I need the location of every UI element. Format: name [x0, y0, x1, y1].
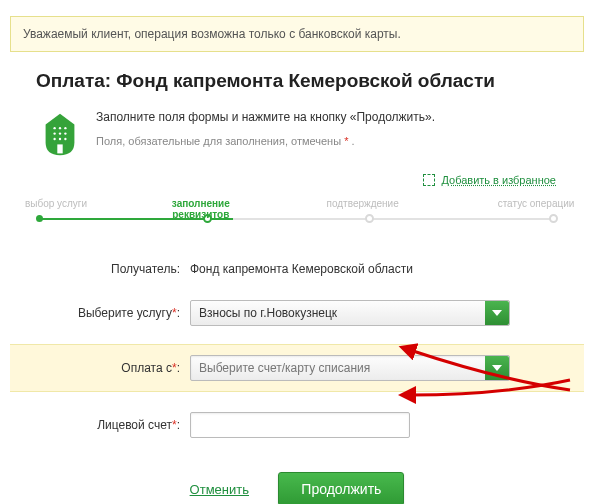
pay-from-label: Оплата с*: [70, 361, 190, 375]
progress-steps: выбор услуги заполнение реквизитов подтв… [36, 198, 558, 238]
svg-point-0 [53, 127, 55, 129]
step-label-3: подтверждение [313, 198, 413, 209]
svg-rect-9 [57, 144, 62, 153]
alert-banner: Уважаемый клиент, операция возможна толь… [10, 16, 584, 52]
pay-from-select-value: Выберите счет/карту списания [199, 361, 370, 375]
svg-point-7 [59, 138, 61, 140]
page-title: Оплата: Фонд капремонта Кемеровской обла… [36, 70, 584, 92]
service-label: Выберите услугу*: [70, 306, 190, 320]
pay-from-select[interactable]: Выберите счет/карту списания [190, 355, 510, 381]
svg-point-6 [53, 138, 55, 140]
recipient-label: Получатель: [70, 262, 190, 276]
svg-point-3 [53, 132, 55, 134]
step-label-2: заполнение реквизитов [151, 198, 251, 220]
intro-line-1: Заполните поля формы и нажмите на кнопку… [96, 108, 435, 127]
svg-point-8 [64, 138, 66, 140]
svg-point-5 [64, 132, 66, 134]
bookmark-icon [423, 174, 435, 186]
svg-point-2 [64, 127, 66, 129]
svg-point-4 [59, 132, 61, 134]
add-favorite-link[interactable]: Добавить в избранное [423, 174, 556, 186]
cancel-button[interactable]: Отменить [190, 482, 249, 497]
chevron-down-icon [485, 301, 509, 325]
add-favorite-label: Добавить в избранное [441, 174, 556, 186]
account-input[interactable] [190, 412, 410, 438]
step-label-4: статус операции [486, 198, 586, 209]
chevron-down-icon [485, 356, 509, 380]
provider-house-icon [42, 112, 78, 160]
continue-button[interactable]: Продолжить [278, 472, 404, 504]
svg-point-1 [59, 127, 61, 129]
service-select[interactable]: Взносы по г.Новокузнецк [190, 300, 510, 326]
step-label-1: выбор услуги [6, 198, 106, 209]
recipient-value: Фонд капремонта Кемеровской области [190, 262, 413, 276]
account-label: Лицевой счет*: [70, 418, 190, 432]
intro-line-2: Поля, обязательные для заполнения, отмеч… [96, 133, 435, 151]
service-select-value: Взносы по г.Новокузнецк [199, 306, 337, 320]
alert-text: Уважаемый клиент, операция возможна толь… [23, 27, 401, 41]
